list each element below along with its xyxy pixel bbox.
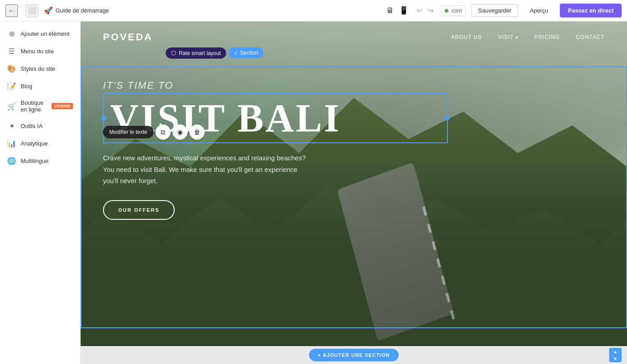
hero-cta-button[interactable]: OUR OFFERS <box>103 200 175 220</box>
website-canvas: POVEDA ABOUT US VISIT PRICING CONTACT IT… <box>81 21 627 346</box>
site-navbar: POVEDA ABOUT US VISIT PRICING CONTACT <box>81 21 627 53</box>
add-section-button[interactable]: + AJOUTER UNE SECTION <box>309 349 399 361</box>
view-icons: ⬜ <box>25 4 39 17</box>
redo-button[interactable]: ↪ <box>426 5 435 16</box>
guide-label: Guide de démarrage <box>56 7 109 14</box>
rate-badge-label: Rate smart layout <box>179 50 221 56</box>
scroll-down-button[interactable]: ▼ <box>609 355 622 362</box>
hero-subtitle: IT'S TIME TO <box>103 80 605 91</box>
publish-button[interactable]: Passez en direct <box>560 4 622 17</box>
section-badge-label: Section <box>240 50 258 56</box>
rate-badge-icon: ⬡ <box>171 50 176 56</box>
section-badge[interactable]: ✓ Section <box>228 47 263 58</box>
canvas-area: POVEDA ABOUT US VISIT PRICING CONTACT IT… <box>81 21 627 364</box>
back-button[interactable]: ← <box>5 4 18 17</box>
undo-redo: ↩ ↪ <box>415 5 435 16</box>
device-icons: 🖥 📱 <box>385 5 409 16</box>
sidebar-label-ai-tools: Outils IA <box>21 123 43 129</box>
site-nav: ABOUT US VISIT PRICING CONTACT <box>451 34 605 40</box>
back-icon: ← <box>8 7 15 15</box>
site-logo: POVEDA <box>103 31 153 43</box>
layout-button[interactable]: ⬜ <box>25 4 39 17</box>
visibility-button[interactable]: ◉ <box>172 124 188 140</box>
analytics-icon: 📊 <box>7 139 16 148</box>
preview-button[interactable]: Aperçu <box>524 4 554 17</box>
rate-smart-layout-badge[interactable]: ⬡ Rate smart layout <box>166 47 226 59</box>
scroll-up-button[interactable]: ▲ <box>609 348 622 355</box>
eye-icon: ◉ <box>177 128 183 136</box>
globe-icon: 🌐 <box>7 157 16 165</box>
hero-content: IT'S TIME TO VISIT BALI Crave new advent… <box>103 80 605 220</box>
menu-icon: ☰ <box>7 47 16 56</box>
sidebar-item-blog[interactable]: 📝 Blog <box>0 77 80 95</box>
sidebar-item-add-element[interactable]: ⊕ Ajouter un élément <box>0 25 80 43</box>
trash-icon: 🗑 <box>194 128 200 136</box>
sidebar-item-ai-tools[interactable]: ✦ Outils IA <box>0 117 80 135</box>
plus-circle-icon: ⊕ <box>7 30 16 38</box>
tablet-device-button[interactable]: 📱 <box>398 5 409 16</box>
resize-handle-left[interactable] <box>102 116 106 120</box>
topbar: ← ⬜ 🚀 Guide de démarrage 🖥 📱 ↩ ↪ .com Sa… <box>0 0 627 21</box>
guide-section[interactable]: 🚀 Guide de démarrage <box>44 6 109 15</box>
delete-button[interactable]: 🗑 <box>189 124 205 140</box>
sidebar-label-add-element: Ajouter un élément <box>21 30 69 37</box>
ai-icon: ✦ <box>7 122 16 130</box>
sidebar-item-shop[interactable]: 🛒 Boutique en ligne VENDRE <box>0 95 80 117</box>
copy-icon: ⧉ <box>161 128 165 136</box>
sidebar-label-styles: Styles du site <box>21 65 55 72</box>
domain-indicator: .com <box>441 5 466 16</box>
sidebar-label-multilingual: Multilingue <box>21 158 48 164</box>
sidebar: ⊕ Ajouter un élément ☰ Menu du site 🎨 St… <box>0 21 81 364</box>
sidebar-label-site-menu: Menu du site <box>21 48 54 55</box>
sidebar-item-multilingual[interactable]: 🌐 Multilingue <box>0 152 80 170</box>
hero-description: Crave new adventures, mystical experienc… <box>103 152 314 187</box>
nav-contact[interactable]: CONTACT <box>576 34 605 40</box>
undo-button[interactable]: ↩ <box>415 5 424 16</box>
scroll-controls: ▲ ▼ <box>609 348 622 362</box>
shop-badge: VENDRE <box>52 103 73 109</box>
edit-text-button[interactable]: Modifier le texte <box>103 126 154 138</box>
save-button[interactable]: Sauvegarder <box>471 4 518 17</box>
desktop-device-button[interactable]: 🖥 <box>385 5 395 16</box>
sidebar-label-blog: Blog <box>21 83 32 90</box>
nav-pricing[interactable]: PRICING <box>534 34 560 40</box>
main-layout: ⊕ Ajouter un élément ☰ Menu du site 🎨 St… <box>0 21 627 364</box>
copy-button[interactable]: ⧉ <box>155 124 171 140</box>
domain-status-dot <box>445 9 448 13</box>
shop-icon: 🛒 <box>7 102 16 111</box>
check-icon: ✓ <box>234 50 238 56</box>
rocket-icon: 🚀 <box>44 6 53 15</box>
sidebar-item-site-menu[interactable]: ☰ Menu du site <box>0 43 80 60</box>
blog-icon: 📝 <box>7 82 16 90</box>
sidebar-item-styles[interactable]: 🎨 Styles du site <box>0 60 80 77</box>
sidebar-label-analytics: Analytique <box>21 140 48 147</box>
tooltip-menu: Modifier le texte ⧉ ◉ 🗑 <box>103 124 205 140</box>
nav-visit[interactable]: VISIT <box>498 34 518 40</box>
nav-about-us[interactable]: ABOUT US <box>451 34 482 40</box>
canvas-bottom: + AJOUTER UNE SECTION ▲ ▼ <box>81 346 627 364</box>
palette-icon: 🎨 <box>7 64 16 73</box>
domain-text: .com <box>450 8 462 14</box>
sidebar-label-shop: Boutique en ligne <box>21 99 46 113</box>
sidebar-item-analytics[interactable]: 📊 Analytique <box>0 135 80 152</box>
resize-handle-right[interactable] <box>445 116 449 120</box>
